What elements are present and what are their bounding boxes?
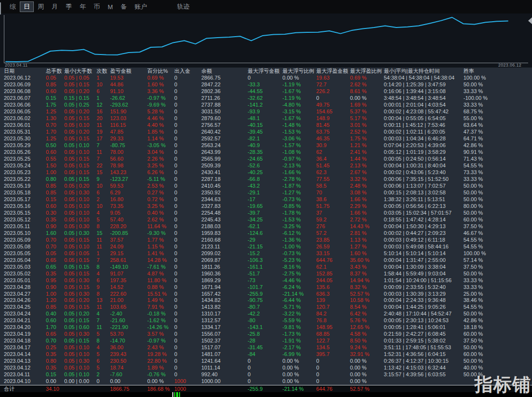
table-row[interactable]: 2023.05.010.950.05 | 0.306197.3511.80 %0…	[0, 277, 532, 284]
cell-date: 2023.06.05	[4, 109, 46, 115]
table-row[interactable]: 2023.05.311.700.05 | 0.201947.851.85 %02…	[0, 129, 532, 136]
col-header-max-float-loss-pct[interactable]: 最大浮亏比例	[282, 68, 316, 75]
table-row[interactable]: 2023.06.021.300.05 | 0.1520123.034.46 %0…	[0, 115, 532, 122]
table-row[interactable]: 2023.05.301.250.05 | 0.151729.331.14 %02…	[0, 136, 532, 142]
total-label: 合计	[4, 385, 46, 392]
cell-max-float-loss: -31.45	[248, 344, 282, 351]
cell-pct: -7.61 %	[147, 264, 174, 271]
cell-min-max-lots: 0.05 | 0.30	[64, 277, 97, 284]
table-row[interactable]: 2023.04.261.200.05 | 0.201321.001.49 %01…	[0, 297, 532, 304]
table-row[interactable]: 2023.04.180.700.05 | 0.158-14.70-0.97 %0…	[0, 338, 532, 344]
col-header-max-float-profit[interactable]: 最大浮盈金额	[316, 68, 350, 75]
nav-tab-综[interactable]: 综	[6, 1, 20, 12]
left-scrollbar-fragment[interactable]	[0, 2, 1, 14]
col-header-balance[interactable]: 余额	[201, 68, 248, 75]
table-row[interactable]: 2023.05.231.000.05 | 0.1515143.236.26 %0…	[0, 169, 532, 176]
table-row[interactable]: 2023.05.220.800.05 | 0.159-123.27-5.11 %…	[0, 176, 532, 183]
nav-tab-月[interactable]: 月	[48, 1, 62, 12]
nav-tab-周[interactable]: 周	[34, 1, 48, 12]
nav-tab-季[interactable]: 季	[62, 1, 76, 12]
col-header-pct[interactable]: 百分比%	[147, 68, 174, 75]
table-row[interactable]: 2023.04.280.900.05 | 0.15914.520.88 %016…	[0, 284, 532, 291]
table-row[interactable]: 2023.04.271.000.05 | 0.308222.6015.51 %0…	[0, 291, 532, 298]
cell-max-float-loss: -124.6	[248, 230, 282, 237]
col-header-cash-flow[interactable]: 出入金	[174, 68, 201, 75]
table-row[interactable]: 2023.04.250.850.05 | 0.1511103.657.91 %0…	[0, 304, 532, 311]
nav-tab-M[interactable]: M	[104, 2, 117, 12]
table-row[interactable]: 2023.05.160.600.05 | 0.101073.353.25 %02…	[0, 203, 532, 210]
cell-balance: 1241.64	[201, 358, 248, 365]
cell-win-rate: 60.00 %	[463, 351, 532, 358]
cell-min-max-lots: 0.05 | 0.30	[64, 190, 97, 196]
table-row[interactable]: 2023.05.150.300.05 | 0.1049.050.40 %0225…	[0, 210, 532, 217]
table-row[interactable]: 2023.05.260.600.05 | 0.101178.003.04 %02…	[0, 149, 532, 156]
cell-total-lots: 0.35	[46, 271, 64, 277]
cell-times: 8	[97, 223, 110, 230]
table-row[interactable]: 2023.04.120.350.05 | 0.10518.741.89 %010…	[0, 365, 532, 371]
nav-tab-币[interactable]: 币	[90, 1, 104, 12]
table-row[interactable]: 2023.04.110.150.05 | 0.102-7.60-0.76 %09…	[0, 371, 532, 378]
table-row[interactable]: 2023.05.170.150.05 | 0.10216.800.72 %023…	[0, 196, 532, 203]
nav-tab-账户[interactable]: 账户	[131, 1, 151, 12]
nav-tab-轨迹[interactable]: 轨迹	[173, 1, 194, 12]
table-row[interactable]: 2023.05.120.350.05 | 0.10557.402.62 %022…	[0, 217, 532, 223]
table-row[interactable]: 2023.05.090.700.05 | 0.151137.571.77 %02…	[0, 237, 532, 244]
col-header-times[interactable]: 次数	[97, 68, 110, 75]
table-row[interactable]: 2023.05.040.650.05 | 0.157258.6114.28 %0…	[0, 257, 532, 264]
table-row[interactable]: 2023.06.120.050.05 | 0.05119.530.69 %028…	[0, 75, 532, 82]
cell-times: 13	[97, 297, 110, 304]
cell-balance: 1960.36	[201, 271, 248, 277]
table-row[interactable]: 2023.06.051.250.05 | 0.2016151.905.28 %0…	[0, 109, 532, 115]
table-row[interactable]: 2023.04.130.800.05 | 0.306230.5022.80 %0…	[0, 358, 532, 365]
cell-hold-time: 0:00:03 | 1:30:39 | 3:13:29	[384, 291, 463, 298]
table-row[interactable]: 2023.04.201.700.05 | 0.6011-221.90-14.26…	[0, 324, 532, 331]
nav-tab-日[interactable]: 日	[20, 1, 34, 12]
table-row[interactable]: 2023.06.010.700.05 | 0.1011116.154.40 %0…	[0, 122, 532, 129]
cell-times: 6	[97, 88, 110, 95]
cell-balance: 2188.03	[201, 223, 248, 230]
table-row[interactable]: 2023.05.050.050.05 | 0.05129.151.41 %020…	[0, 250, 532, 257]
table-row[interactable]: 2023.05.241.500.05 | 0.152278.983.25 %02…	[0, 163, 532, 169]
cell-hold-time: 0:00:02 | 0:43:06 | 5:23:40	[384, 169, 463, 176]
table-row[interactable]: 2023.05.101.600.05 | 0.3015-200.85-9.30 …	[0, 230, 532, 237]
cell-cash-flow: 0	[174, 149, 201, 156]
table-row[interactable]: 2023.05.250.550.05 | 0.15756.602.26 %025…	[0, 156, 532, 163]
cell-total-lots: 0.30	[46, 210, 64, 217]
cell-max-float-loss: -40.25	[248, 169, 282, 176]
table-row[interactable]: 2023.04.240.400.05 | 0.204-2.40-0.18 %01…	[0, 311, 532, 317]
statistics-table: 日期总手数最小|大手数次数盈亏金额百分比%出入金余额最大浮亏金额最大浮亏比例最大…	[0, 68, 532, 397]
table-row[interactable]: 2023.04.100.000.00 | 0.0000.000.00 %1000…	[0, 378, 532, 385]
col-header-total-lots[interactable]: 总手数	[46, 68, 64, 75]
cell-win-rate: 37.50 %	[463, 338, 532, 344]
table-row[interactable]: 2023.04.190.650.05 | 0.30553.703.57 %015…	[0, 331, 532, 338]
cell-times: 11	[97, 149, 110, 156]
col-header-hold-time[interactable]: 最小|平均|最大持仓时间	[384, 68, 463, 75]
table-row[interactable]: 2023.04.140.350.05 | 0.105239.4319.28 %0…	[0, 351, 532, 358]
table-row[interactable]: 2023.06.090.850.05 | 0.151044.861.60 %02…	[0, 82, 532, 88]
col-header-max-float-loss[interactable]: 最大浮亏金额	[248, 68, 282, 75]
table-row[interactable]: 2023.05.290.500.05 | 0.107-80.75-3.05 %0…	[0, 142, 532, 149]
col-header-pnl[interactable]: 盈亏金额	[110, 68, 147, 75]
table-row[interactable]: 2023.05.080.700.05 | 0.101124.091.15 %02…	[0, 244, 532, 250]
cell-max-float-loss-pct: -3.22 %	[282, 311, 316, 317]
cell-max-float-loss: -48.1	[248, 115, 282, 122]
col-header-win-rate[interactable]: 胜率	[463, 68, 532, 75]
cell-max-float-loss-pct: -21.14 %	[282, 291, 316, 298]
table-row[interactable]: 2023.05.030.650.05 | 0.158-149.10-7.61 %…	[0, 264, 532, 271]
table-row[interactable]: 2023.06.080.600.05 | 0.20691.103.36 %028…	[0, 88, 532, 95]
col-header-date[interactable]: 日期	[4, 68, 46, 75]
nav-tab-年[interactable]: 年	[76, 1, 90, 12]
nav-tab-备[interactable]: 备	[117, 1, 131, 12]
right-scroll-arrow-icon[interactable]	[528, 17, 532, 24]
table-row[interactable]: 2023.06.070.150.15 | 0.151-26.62-0.97 %0…	[0, 95, 532, 102]
cell-min-max-lots: 0.05 | 0.10	[64, 203, 97, 210]
table-row[interactable]: 2023.05.110.900.05 | 0.308228.2011.64 %0…	[0, 223, 532, 230]
col-header-min-max-lots[interactable]: 最小|大手数	[64, 68, 97, 75]
col-header-max-float-profit-pct[interactable]: 最大浮盈比例	[350, 68, 384, 75]
table-row[interactable]: 2023.04.210.600.05 | 0.157-21.60-1.62 %0…	[0, 317, 532, 324]
table-row[interactable]: 2023.05.180.850.05 | 0.3066.290.27 %0235…	[0, 190, 532, 196]
table-row[interactable]: 2023.06.061.750.05 | 0.2512-293.62-9.69 …	[0, 102, 532, 109]
table-row[interactable]: 2023.04.170.250.05 | 0.10436.002.43 %015…	[0, 344, 532, 351]
table-row[interactable]: 2023.05.190.850.05 | 0.201059.532.53 %02…	[0, 183, 532, 190]
table-row[interactable]: 2023.05.020.350.05 | 0.15491.074.87 %019…	[0, 271, 532, 277]
